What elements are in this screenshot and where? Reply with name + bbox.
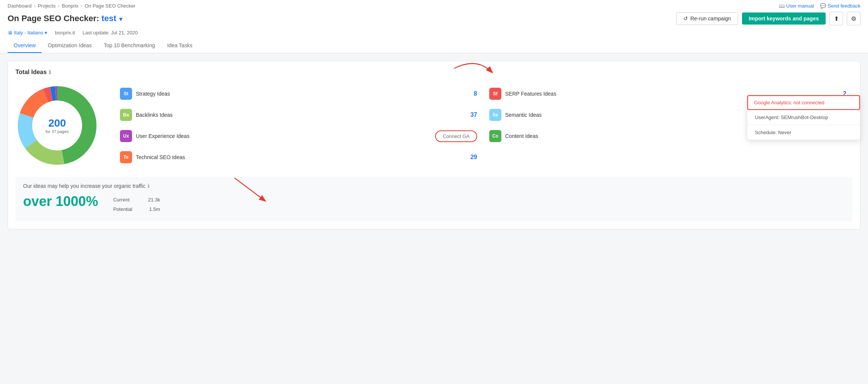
idea-count-strategy: 8: [466, 90, 477, 97]
info-icon: ℹ: [49, 69, 51, 75]
nav-tabs: Overview Optimization Ideas Top 10 Bench…: [8, 39, 860, 53]
breadcrumb-bonprix[interactable]: Bonprix: [62, 3, 78, 9]
last-update: Last update: Jul 21, 2020: [82, 30, 138, 36]
traffic-big-number: over 1000%: [23, 194, 98, 209]
traffic-info-icon: ℹ: [148, 183, 149, 189]
badge-semantic: Se: [489, 109, 501, 121]
feedback-icon: 💬: [820, 3, 826, 9]
title-dropdown-icon[interactable]: ▾: [119, 16, 122, 22]
traffic-section: Our ideas may help you increase your org…: [16, 177, 852, 221]
tab-idea-tasks[interactable]: Idea Tasks: [161, 39, 199, 53]
badge-backlinks: Ba: [120, 109, 132, 121]
main-content: Total Ideas ℹ 200 for 37 pages: [0, 53, 868, 237]
breadcrumb-current: On Page SEO Checker: [85, 3, 135, 9]
potential-value: 1.5m: [145, 206, 160, 212]
donut-chart: 200 for 37 pages: [16, 84, 99, 167]
settings-button[interactable]: ⚙: [847, 12, 860, 25]
top-links: 📖 User manual 💬 Send feedback: [779, 3, 860, 9]
title-actions: ↺ Re-run campaign Import keywords and pa…: [676, 12, 860, 25]
ideas-layout: 200 for 37 pages St Strategy Ideas 8 B: [16, 83, 852, 168]
ga-status-item: Google Analytics: not connected: [747, 95, 860, 110]
ideas-columns: St Strategy Ideas 8 Ba Backlinks Ideas 3…: [114, 83, 852, 168]
idea-row-technical: Te Technical SEO Ideas 29: [114, 147, 483, 168]
idea-row-ux: Ux User Experience Ideas Connect GA: [114, 125, 483, 147]
badge-content: Co: [489, 130, 501, 142]
traffic-title: Our ideas may help you increase your org…: [23, 183, 845, 189]
ideas-left-col: St Strategy Ideas 8 Ba Backlinks Ideas 3…: [114, 83, 483, 168]
donut-number: 200: [45, 117, 68, 129]
tab-optimization-ideas[interactable]: Optimization Ideas: [42, 39, 98, 53]
import-button[interactable]: Import keywords and pages: [742, 12, 826, 25]
current-value: 21.3k: [145, 197, 160, 203]
breadcrumb-projects[interactable]: Projects: [38, 3, 56, 9]
badge-strategy: St: [120, 88, 132, 100]
settings-dropdown: Google Analytics: not connected UserAgen…: [747, 95, 860, 140]
schedule-text: Schedule: Never: [755, 130, 791, 135]
page-title: On Page SEO Checker: test ▾: [8, 14, 122, 23]
schedule-item: Schedule: Never: [747, 125, 860, 140]
donut-center: 200 for 37 pages: [45, 117, 68, 134]
gear-icon: ⚙: [851, 15, 856, 22]
book-icon: 📖: [779, 3, 785, 9]
breadcrumb: Dashboard › Projects › Bonprix › On Page…: [8, 3, 135, 9]
meta-row: 🖥 Italy - Italiano ▾ bonprix.it Last upd…: [8, 28, 860, 39]
badge-serp: Sf: [489, 88, 501, 100]
upload-icon: ⬆: [834, 15, 839, 22]
idea-count-technical: 29: [466, 154, 477, 161]
idea-count-backlinks: 37: [466, 111, 477, 118]
card-title: Total Ideas ℹ: [16, 69, 852, 76]
rerun-button[interactable]: ↺ Re-run campaign: [676, 12, 738, 25]
badge-ux: Ux: [120, 130, 132, 142]
idea-row-strategy: St Strategy Ideas 8: [114, 83, 483, 104]
agent-item: UserAgent: SEMrushBot-Desktop: [747, 110, 860, 125]
total-ideas-card: Total Ideas ℹ 200 for 37 pages: [8, 61, 860, 229]
rerun-icon: ↺: [683, 15, 688, 22]
idea-name-backlinks: Backlinks Ideas: [136, 112, 462, 118]
send-feedback-link[interactable]: 💬 Send feedback: [820, 3, 860, 9]
idea-name-strategy: Strategy Ideas: [136, 91, 462, 97]
connect-ga-button[interactable]: Connect GA: [435, 130, 477, 142]
monitor-icon: 🖥: [8, 30, 12, 36]
domain: bonprix.it: [55, 30, 75, 36]
user-manual-link[interactable]: 📖 User manual: [779, 3, 814, 9]
location-dropdown-icon: ▾: [45, 30, 47, 36]
traffic-bars: Current 21.3k Potential 1.5m: [113, 197, 160, 212]
idea-name-technical: Technical SEO Ideas: [136, 154, 462, 160]
breadcrumb-dashboard[interactable]: Dashboard: [8, 3, 32, 9]
tab-top10-benchmarking[interactable]: Top 10 Benchmarking: [98, 39, 161, 53]
ga-status-text: Google Analytics: not connected: [754, 100, 824, 105]
location-selector[interactable]: 🖥 Italy - Italiano ▾: [8, 30, 47, 36]
current-label: Current: [113, 197, 136, 203]
tab-overview[interactable]: Overview: [8, 39, 42, 53]
badge-technical: Te: [120, 151, 132, 163]
idea-name-ux: User Experience Ideas: [136, 133, 431, 139]
agent-text: UserAgent: SEMrushBot-Desktop: [755, 115, 828, 120]
upload-button[interactable]: ⬆: [829, 12, 843, 25]
donut-sub: for 37 pages: [45, 129, 68, 134]
idea-row-backlinks: Ba Backlinks Ideas 37: [114, 104, 483, 125]
potential-bar-row: Potential 1.5m: [113, 206, 160, 212]
potential-label: Potential: [113, 206, 136, 212]
current-bar-row: Current 21.3k: [113, 197, 160, 203]
